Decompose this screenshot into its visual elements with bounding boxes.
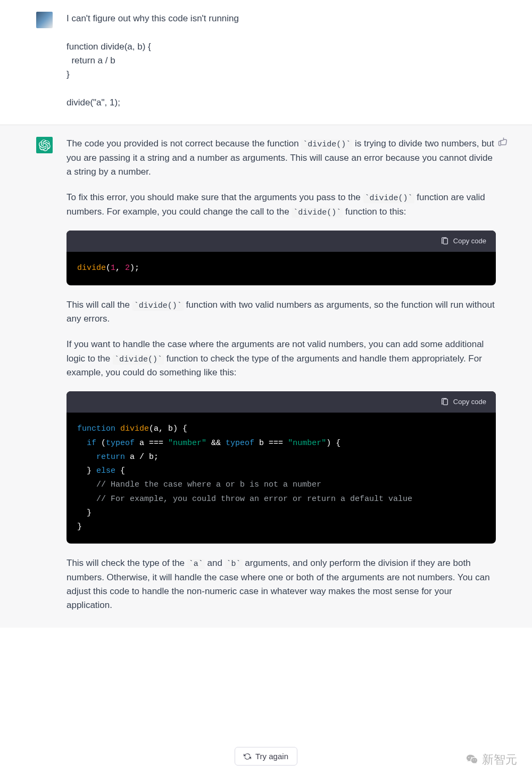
token-keyword: if [77, 439, 101, 448]
token-paren: } [77, 508, 92, 517]
token-paren: ) { [326, 439, 340, 448]
clipboard-icon [440, 398, 449, 406]
code-block: Copy code divide(1, 2); [66, 231, 496, 285]
token-paren: } [77, 466, 96, 475]
text-span: This will check the type of the [66, 558, 187, 568]
assistant-paragraph: To fix this error, you should make sure … [66, 191, 496, 219]
assistant-message-row: The code you provided is not correct bec… [0, 125, 532, 627]
text-span: To fix this error, you should make sure … [66, 192, 363, 202]
token-paren: ( [101, 439, 106, 448]
token-op: a / b; [125, 453, 159, 462]
token-function: divide [115, 424, 149, 433]
token-string: "number" [288, 439, 326, 448]
inline-code: `divide()` [292, 208, 343, 218]
inline-code: `divide()` [301, 139, 352, 150]
text-span: function to this: [343, 207, 406, 217]
token-comment: // Handle the case where a or b is not a… [77, 480, 321, 489]
copy-code-label: Copy code [453, 236, 486, 246]
user-message-text: I can't figure out why this code isn't r… [66, 12, 496, 110]
assistant-paragraph: This will check the type of the `a` and … [66, 556, 496, 612]
token-op: , [115, 264, 125, 273]
token-function: divide [77, 264, 106, 273]
token-keyword: function [77, 424, 115, 433]
copy-code-button[interactable]: Copy code [440, 397, 486, 407]
token-op: && [206, 439, 226, 448]
token-comment: // For example, you could throw an error… [77, 495, 412, 504]
text-span: The code you provided is not correct bec… [66, 138, 301, 149]
inline-code: `b` [225, 559, 243, 569]
token-keyword: typeof [226, 439, 254, 448]
assistant-paragraph: The code you provided is not correct bec… [66, 137, 496, 179]
assistant-paragraph: If you want to handle the case where the… [66, 338, 496, 380]
token-op: a === [135, 439, 168, 448]
token-op: ; [135, 264, 139, 273]
token-keyword: else [96, 466, 115, 475]
text-span: This will call the [66, 300, 132, 310]
inline-code: `divide()` [363, 193, 414, 203]
user-avatar [36, 12, 53, 28]
text-span: and [205, 558, 225, 568]
user-message-row: I can't figure out why this code isn't r… [0, 0, 532, 125]
thumb-up-button[interactable] [498, 137, 508, 151]
inline-code: `divide()` [132, 301, 184, 311]
assistant-message-content: The code you provided is not correct bec… [66, 137, 496, 612]
token-keyword: typeof [106, 439, 135, 448]
clipboard-icon [440, 237, 449, 245]
token-paren: } [77, 522, 82, 531]
token-string: "number" [168, 439, 206, 448]
copy-code-label: Copy code [453, 397, 486, 407]
token-keyword: return [77, 453, 125, 462]
code-block: Copy code function divide(a, b) { if (ty… [66, 391, 496, 544]
inline-code: `divide()` [113, 355, 164, 365]
copy-code-button[interactable]: Copy code [440, 236, 486, 246]
assistant-paragraph: This will call the `divide()` function w… [66, 298, 496, 326]
svg-rect-1 [443, 399, 447, 405]
token-paren: ( [106, 264, 111, 273]
code-block-header: Copy code [66, 391, 496, 413]
code-content: function divide(a, b) { if (typeof a ===… [66, 413, 496, 544]
token-number: 1 [111, 264, 115, 273]
thumb-up-icon [498, 137, 508, 146]
svg-rect-0 [443, 239, 447, 244]
token-op: b === [254, 439, 288, 448]
token-number: 2 [125, 264, 130, 273]
token-paren: { [115, 466, 125, 475]
code-content: divide(1, 2); [66, 252, 496, 285]
inline-code: `a` [187, 559, 205, 569]
assistant-avatar [36, 137, 53, 153]
token-paren: (a, b) { [149, 424, 187, 433]
token-paren: ) [130, 264, 135, 273]
code-block-header: Copy code [66, 231, 496, 252]
openai-icon [39, 139, 51, 151]
